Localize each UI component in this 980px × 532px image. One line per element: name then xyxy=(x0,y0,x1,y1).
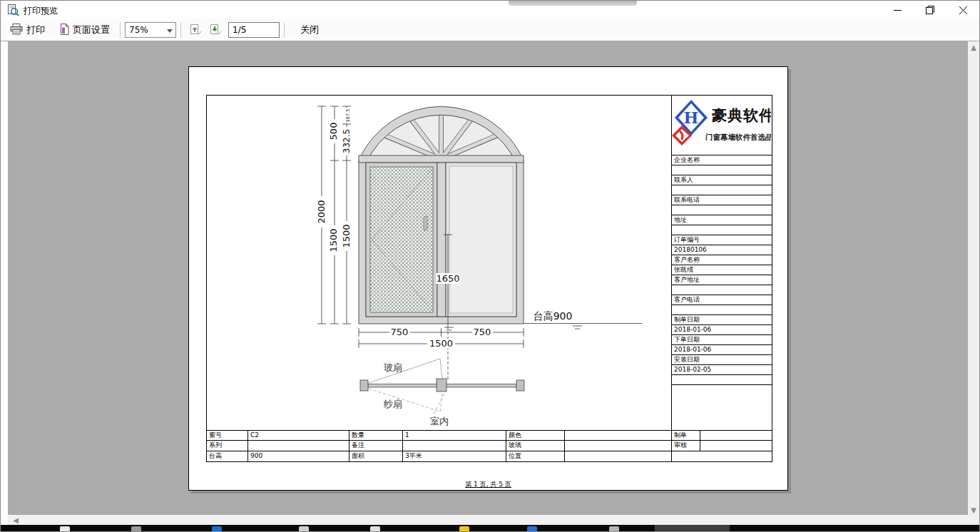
info-row xyxy=(672,305,772,315)
spec-table: 窗号 C2 数量 1 颜色 制单 系列 备注 玻璃 审核 台高 xyxy=(207,430,772,461)
logo-title: 豪典软件 xyxy=(711,106,771,124)
horizontal-scrollbar[interactable]: ◀ xyxy=(8,515,969,525)
info-row: 客户地址 xyxy=(672,275,772,285)
info-row xyxy=(672,165,772,175)
info-row: 2018-01-06 xyxy=(672,345,772,355)
minimize-button[interactable] xyxy=(881,1,914,19)
info-row: 订单编号 xyxy=(672,235,772,245)
toolbar: 打印 页面设置 75% xyxy=(1,19,979,41)
print-button[interactable]: 打印 xyxy=(4,21,51,40)
close-preview-label: 关闭 xyxy=(300,24,319,36)
info-row: 2018-02-05 xyxy=(672,365,772,375)
spec-cell xyxy=(565,451,672,461)
dim-left-width: 750 xyxy=(391,327,409,337)
plan-label-glass-sash: 玻扇 xyxy=(384,362,402,373)
taskbar-icon[interactable] xyxy=(370,526,380,531)
print-preview-window: 打印预览 xyxy=(0,0,980,532)
scroll-up-button[interactable]: ▲ xyxy=(968,41,979,53)
spec-cell xyxy=(672,451,772,461)
info-row: 客户名称 xyxy=(672,255,772,265)
spec-cell: 1 xyxy=(403,431,506,441)
info-row: 企业名称 xyxy=(672,155,772,165)
spec-cell: 数量 xyxy=(349,431,403,441)
plan-label-indoor: 室内 xyxy=(430,416,449,426)
taskbar-icon[interactable] xyxy=(527,526,537,531)
spec-cell: 备注 xyxy=(349,441,403,451)
spec-cell: 系列 xyxy=(207,441,248,451)
info-row: 地址 xyxy=(672,215,772,225)
chevron-down-icon xyxy=(167,29,173,33)
dim-arch-top: 167.5 xyxy=(345,109,351,123)
print-label: 打印 xyxy=(26,24,45,36)
taskbar-icon[interactable] xyxy=(299,526,309,531)
info-row xyxy=(672,225,772,235)
scroll-left-button[interactable]: ◀ xyxy=(9,515,22,525)
plan-label-screen-sash: 纱扇 xyxy=(383,399,402,409)
spec-cell xyxy=(565,431,672,441)
info-row: 联系电话 xyxy=(672,195,772,205)
spec-cell: 审核 xyxy=(672,441,700,451)
dim-arch-height: 500 xyxy=(328,123,339,140)
window-title: 打印预览 xyxy=(24,5,58,17)
vertical-scrollbar[interactable]: ▲ ▼ xyxy=(968,41,979,516)
page-setup-button[interactable]: 页面设置 xyxy=(54,21,116,40)
taskbar-icon[interactable] xyxy=(60,526,70,531)
document-page: 2000 500 1500 167.5 332.5 1500 750 750 1… xyxy=(188,66,788,491)
info-row xyxy=(672,185,772,195)
toolbar-separator xyxy=(180,22,181,38)
info-row xyxy=(672,205,772,215)
background-window-edge[interactable] xyxy=(509,1,637,6)
spec-cell: 窗号 xyxy=(207,431,248,441)
info-row: 联系人 xyxy=(672,175,772,185)
next-page-button[interactable] xyxy=(206,21,225,39)
info-row xyxy=(672,285,772,295)
page-number-input[interactable] xyxy=(228,22,280,38)
dim-inner-height: 1500 xyxy=(341,224,352,247)
close-preview-button[interactable]: 关闭 xyxy=(292,20,327,40)
info-row: 下单日期 xyxy=(672,335,772,345)
window-drawing: 2000 500 1500 167.5 332.5 1500 750 750 1… xyxy=(207,96,671,430)
toolbar-separator xyxy=(284,22,285,38)
drawing-frame: 2000 500 1500 167.5 332.5 1500 750 750 1… xyxy=(206,95,772,462)
info-row xyxy=(672,375,772,385)
spec-cell: 颜色 xyxy=(506,431,565,441)
spec-cell xyxy=(248,441,349,451)
spec-cell: 3平米 xyxy=(403,451,506,461)
maximize-button[interactable] xyxy=(914,1,946,19)
taskbar-icon[interactable] xyxy=(212,526,222,531)
prev-page-icon xyxy=(189,23,203,38)
dim-total-height: 2000 xyxy=(316,200,327,223)
spec-cell: C2 xyxy=(248,431,349,441)
taskbar-icon[interactable] xyxy=(609,526,619,531)
scrollbar-corner xyxy=(968,515,979,525)
taskbar-icon[interactable] xyxy=(131,526,141,531)
spec-cell: 位置 xyxy=(506,451,565,461)
logo-tagline: 门窗幕墙软件首选品牌 xyxy=(705,133,771,141)
dim-arch-bottom: 332.5 xyxy=(342,129,352,153)
prev-page-button[interactable] xyxy=(186,21,205,39)
spec-cell: 台高 xyxy=(207,451,248,461)
taskbar-icon[interactable] xyxy=(459,526,469,531)
taskbar-active-app[interactable] xyxy=(655,525,730,531)
spec-cell: 面积 xyxy=(349,451,403,461)
close-button[interactable] xyxy=(946,1,979,19)
spec-cell: 制单 xyxy=(672,431,700,441)
dim-main-height: 1500 xyxy=(328,228,339,252)
dim-total-width: 1500 xyxy=(429,338,453,349)
print-preview-icon xyxy=(7,4,19,16)
spec-cell xyxy=(403,441,506,451)
info-panel-spacer xyxy=(672,385,772,429)
spec-cell xyxy=(700,441,772,451)
spec-cell: 玻璃 xyxy=(506,441,565,451)
taskbar xyxy=(1,525,979,531)
company-logo: H 豪典软件 门窗幕墙软件首选品牌 xyxy=(672,96,772,155)
info-row: 制单日期 xyxy=(672,315,772,325)
zoom-select[interactable]: 75% xyxy=(125,22,176,38)
spec-cell xyxy=(700,431,772,441)
printer-icon xyxy=(10,24,23,37)
sill-label: 台高900 xyxy=(534,310,573,322)
preview-area: 2000 500 1500 167.5 332.5 1500 750 750 1… xyxy=(8,41,969,516)
info-row: 2018-01-06 xyxy=(672,325,772,335)
info-row: 20180106 xyxy=(672,245,772,255)
info-row: 张凯绩 xyxy=(672,265,772,275)
